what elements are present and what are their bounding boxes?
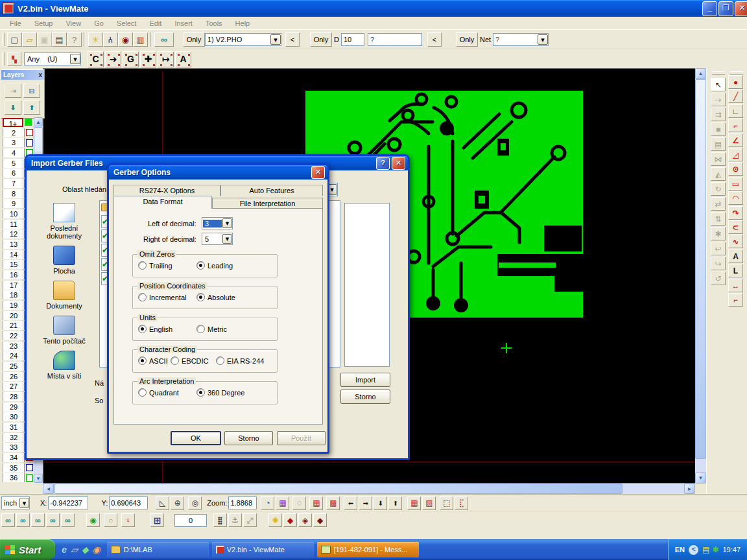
draw-angle-icon[interactable]: ∠: [728, 134, 743, 147]
view-marked-glasses-icon[interactable]: ∞: [46, 513, 60, 527]
tile-windows-icon[interactable]: ⊞: [150, 513, 164, 527]
draw-ellipse-arc-icon[interactable]: ⊂: [728, 220, 743, 234]
zoom-in-icon[interactable]: ◔: [261, 496, 274, 510]
minimize-button[interactable]: _: [702, 1, 717, 16]
place-documents[interactable]: Dokumenty: [33, 281, 95, 310]
selected-files-list[interactable]: [344, 203, 390, 367]
dcode-target-icon[interactable]: ◉: [118, 32, 133, 47]
view-board-glasses-icon[interactable]: ∞: [31, 513, 45, 527]
draw-arc-icon[interactable]: ↷: [728, 206, 743, 220]
radio-option-ebcdic[interactable]: EBCDIC: [171, 356, 209, 365]
menu-go[interactable]: Go: [88, 18, 110, 29]
layer-swatch[interactable]: [25, 119, 32, 126]
menu-edit[interactable]: Edit: [143, 18, 167, 29]
pan-left-icon[interactable]: ⬅: [344, 496, 357, 510]
dcode-input[interactable]: 10: [341, 33, 364, 46]
tab-rs274x[interactable]: RS274-X Options: [113, 185, 220, 196]
draw-label-icon[interactable]: L: [728, 264, 743, 277]
select-points-icon[interactable]: ⣏: [455, 496, 468, 510]
zoom-select-icon[interactable]: ◌: [292, 496, 306, 510]
layer-up-button[interactable]: ⬆: [23, 100, 40, 115]
toolbar-gripper[interactable]: [2, 33, 5, 46]
menu-tools[interactable]: Tools: [200, 18, 228, 29]
select-a-button[interactable]: A: [175, 51, 191, 67]
import-cancel-button[interactable]: Storno: [340, 390, 390, 404]
radio-option-absolute[interactable]: Absolute: [196, 293, 235, 301]
layers-scroll-up[interactable]: ▲: [34, 117, 43, 126]
dropdown-icon[interactable]: ▾: [222, 218, 232, 228]
help-book-icon[interactable]: ◆: [82, 544, 89, 555]
layer-row[interactable]: 2: [3, 128, 34, 138]
layer-swatch[interactable]: [26, 129, 33, 136]
place-recent-documents[interactable]: Poslednídokumenty: [33, 203, 95, 240]
new-file-icon[interactable]: ▢: [7, 32, 22, 47]
open-file-icon[interactable]: ▱: [22, 32, 37, 47]
draw-circle-icon[interactable]: ⊙: [728, 162, 743, 176]
toolbar-gripper[interactable]: [2, 52, 5, 65]
tab-auto-features[interactable]: Auto Features: [220, 185, 323, 196]
radio-icon[interactable]: [196, 388, 205, 397]
layer-table-button[interactable]: ⊟: [23, 84, 40, 98]
menu-file[interactable]: File: [4, 18, 27, 29]
layers-panel-close-icon[interactable]: x: [38, 71, 42, 78]
draw-curve-icon[interactable]: ∿: [728, 235, 743, 248]
tab-data-format[interactable]: Data Format: [113, 196, 212, 209]
tray-chevron-icon[interactable]: <: [689, 545, 698, 555]
aperture-dot-icon[interactable]: ◆: [313, 513, 327, 527]
messenger-tray-icon[interactable]: ▤: [702, 545, 709, 554]
radio-option-metric[interactable]: Metric: [196, 325, 227, 333]
layer-swatch[interactable]: [26, 474, 33, 482]
edit-toolbar-gripper[interactable]: [712, 71, 725, 75]
radio-option-trailing[interactable]: Trailing: [138, 261, 172, 270]
scroll-left-button[interactable]: ◄: [43, 484, 54, 494]
radio-option-quadrant[interactable]: Quadrant: [138, 388, 179, 397]
save-icon[interactable]: ▣: [37, 32, 52, 47]
draw-pad-icon[interactable]: ●: [728, 75, 743, 89]
select-g-button[interactable]: G: [123, 51, 139, 67]
draw-corner-icon[interactable]: ⌐: [728, 119, 743, 132]
menu-setup[interactable]: Setup: [29, 18, 59, 29]
scroll-up-button[interactable]: ▲: [695, 68, 706, 79]
task-button[interactable]: D:\MLAB: [107, 542, 209, 557]
scroll-down-button[interactable]: ▼: [695, 472, 706, 484]
prev-layer-button[interactable]: <: [285, 32, 300, 47]
grid-copy-icon[interactable]: ▦: [407, 496, 421, 510]
draw-toolbar-gripper[interactable]: [730, 71, 743, 75]
grid-dense-icon[interactable]: ▦: [309, 496, 323, 510]
view-all-glasses-icon[interactable]: ∞: [1, 513, 15, 527]
measure-calipers-icon[interactable]: ⑃: [103, 32, 118, 47]
net-select[interactable]: ?▾: [493, 33, 549, 46]
layers-scroll-down[interactable]: ▼: [34, 474, 43, 483]
grid-fine-icon[interactable]: ▩: [326, 496, 340, 510]
scope-dropdown-icon[interactable]: ▾: [70, 54, 80, 64]
pan-up-icon[interactable]: ⬆: [388, 496, 402, 510]
view-sketch-glasses-icon[interactable]: ∞: [61, 513, 75, 527]
radio-icon[interactable]: [138, 261, 147, 270]
only-layer-button[interactable]: Only: [183, 32, 205, 47]
layer-row[interactable]: 36: [3, 472, 34, 483]
draw-text-icon[interactable]: A: [728, 250, 743, 263]
place-my-computer[interactable]: Tento počítač: [33, 316, 95, 345]
radio-icon[interactable]: [196, 261, 205, 270]
draw-rect-icon[interactable]: ▭: [728, 177, 743, 191]
icq-tray-icon[interactable]: ✽: [712, 545, 718, 554]
select-area-icon[interactable]: ⬚: [440, 496, 453, 510]
import-close-button[interactable]: ✕: [392, 157, 405, 170]
origin-target-icon[interactable]: ⊕: [171, 496, 184, 510]
selection-scope-select[interactable]: Any (U)▾: [24, 52, 81, 65]
zoom-grid-icon[interactable]: ▦: [276, 496, 289, 510]
locate-point-icon[interactable]: ◎: [188, 496, 202, 510]
layer-swatch[interactable]: [26, 464, 33, 471]
radio-option-incremental[interactable]: Incremental: [138, 293, 186, 301]
select-cursor-icon[interactable]: ↖: [711, 78, 726, 91]
gerber-cancel-button[interactable]: Storno: [224, 431, 273, 445]
place-network[interactable]: Místa v síti: [33, 351, 95, 380]
draw-triangle-icon[interactable]: ◿: [728, 148, 743, 161]
draw-line-icon[interactable]: ╱: [728, 89, 743, 103]
layer-row[interactable]: 3: [3, 137, 34, 148]
task-active[interactable]: [191-482-091] - Mess...: [317, 542, 419, 557]
dot-grid-icon[interactable]: ⣿: [213, 513, 227, 527]
draw-bend-icon[interactable]: ⌐: [728, 293, 743, 307]
aperture-spin-icon[interactable]: ◈: [298, 513, 312, 527]
radio-icon[interactable]: [138, 388, 147, 397]
